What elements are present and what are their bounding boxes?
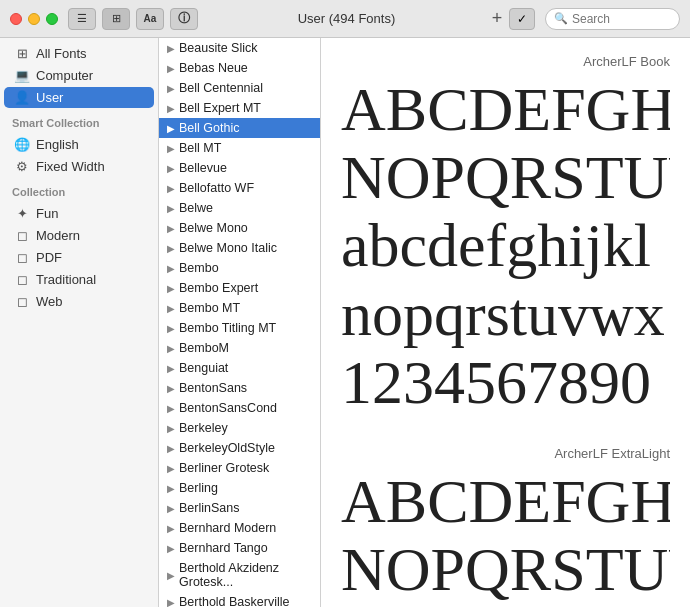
sidebar-item-all-fonts[interactable]: ⊞ All Fonts [4,43,154,64]
fixed-width-icon: ⚙ [14,159,30,174]
font-expand-arrow: ▶ [167,570,175,581]
font-list-item[interactable]: ▶Bembo Titling MT [159,318,320,338]
close-button[interactable] [10,13,22,25]
font-expand-arrow: ▶ [167,63,175,74]
font-list-item[interactable]: ▶Bell MT [159,138,320,158]
font-list-item[interactable]: ▶Bell Centennial [159,78,320,98]
smart-collection-section-label: Smart Collection [0,109,158,133]
user-icon: 👤 [14,90,30,105]
sidebar-item-fun[interactable]: ✦ Fun [4,203,154,224]
font-size-button[interactable]: Aa [136,8,164,30]
font-list-item[interactable]: ▶Belwe [159,198,320,218]
font-list-item[interactable]: ▶Berthold Akzidenz Grotesk... [159,558,320,592]
font-name-label: BerkeleyOldStyle [179,441,275,455]
sidebar-toggle-button[interactable]: ☰ [68,8,96,30]
font-list-item[interactable]: ▶Bell Expert MT [159,98,320,118]
font-name-label: Beausite Slick [179,41,258,55]
font-expand-arrow: ▶ [167,203,175,214]
font-list-item[interactable]: ▶Berliner Grotesk [159,458,320,478]
font-list-item[interactable]: ▶BerlinSans [159,498,320,518]
font-list-item[interactable]: ▶BentonSansCond [159,398,320,418]
font-name-label: Bembo MT [179,301,240,315]
sidebar-label-modern: Modern [36,228,80,243]
font-expand-arrow: ▶ [167,443,175,454]
preview-extralight-uppercase-2: NOPQRSTUVW [341,535,670,603]
font-list-item[interactable]: ▶Bebas Neue [159,58,320,78]
traditional-icon: ◻ [14,272,30,287]
font-list-item[interactable]: ▶Beausite Slick [159,38,320,58]
font-list-item[interactable]: ▶Bellofatto WF [159,178,320,198]
font-list-item[interactable]: ▶Bembo Expert [159,278,320,298]
font-list-item[interactable]: ▶Belwe Mono Italic [159,238,320,258]
web-icon: ◻ [14,294,30,309]
font-list-item[interactable]: ▶Bembo [159,258,320,278]
font-list-item[interactable]: ▶Bellevue [159,158,320,178]
maximize-button[interactable] [46,13,58,25]
font-list-item[interactable]: ▶Belwe Mono [159,218,320,238]
font-list-item[interactable]: ▶BentonSans [159,378,320,398]
search-input[interactable] [572,12,671,26]
check-button[interactable]: ✓ [509,8,535,30]
font-list-item[interactable]: ▶Berling [159,478,320,498]
font-expand-arrow: ▶ [167,123,175,134]
font-list-item[interactable]: ▶Berthold Baskerville [159,592,320,607]
font-name-label: Bernhard Modern [179,521,276,535]
font-name-label: Bernhard Tango [179,541,268,555]
font-list-item[interactable]: ▶BerkeleyOldStyle [159,438,320,458]
sidebar-label-fun: Fun [36,206,58,221]
minimize-button[interactable] [28,13,40,25]
sidebar-label-english: English [36,137,79,152]
sidebar-item-computer[interactable]: 💻 Computer [4,65,154,86]
font-expand-arrow: ▶ [167,343,175,354]
font-name-label: Bellevue [179,161,227,175]
grid-view-button[interactable]: ⊞ [102,8,130,30]
font-name-label: BentonSansCond [179,401,277,415]
font-expand-arrow: ▶ [167,597,175,608]
font-expand-arrow: ▶ [167,83,175,94]
font-list-item[interactable]: ▶Bembo MT [159,298,320,318]
font-expand-arrow: ▶ [167,103,175,114]
font-name-label: Bell Gothic [179,121,239,135]
font-list-item[interactable]: ▶Benguiat [159,358,320,378]
sidebar-item-user[interactable]: 👤 User [4,87,154,108]
fun-icon: ✦ [14,206,30,221]
font-list-item[interactable]: ▶Bernhard Tango [159,538,320,558]
font-name-label: Bebas Neue [179,61,248,75]
preview-section-archer-book: ArcherLF Book ABCDEFGHIJ NOPQRSTUVW abcd… [341,54,670,416]
font-expand-arrow: ▶ [167,483,175,494]
font-name-label: Bell MT [179,141,221,155]
preview-section-archer-extralight: ArcherLF ExtraLight ABCDEFGHIJ NOPQRSTUV… [341,446,670,607]
sidebar-item-modern[interactable]: ◻ Modern [4,225,154,246]
font-list-item[interactable]: ▶Bernhard Modern [159,518,320,538]
font-name-label: Benguiat [179,361,228,375]
titlebar: ☰ ⊞ Aa ⓘ User (494 Fonts) + ✓ 🔍 [0,0,690,38]
font-name-label: BerlinSans [179,501,239,515]
font-expand-arrow: ▶ [167,523,175,534]
font-name-label: Berkeley [179,421,228,435]
sidebar-item-traditional[interactable]: ◻ Traditional [4,269,154,290]
search-box: 🔍 [545,8,680,30]
font-list: ▶Beausite Slick▶Bebas Neue▶Bell Centenni… [159,38,321,607]
preview-font-name-archer-book: ArcherLF Book [341,54,670,69]
traffic-lights [10,13,58,25]
font-list-item[interactable]: ▶Berkeley [159,418,320,438]
font-list-item[interactable]: ▶Bell Gothic [159,118,320,138]
font-expand-arrow: ▶ [167,43,175,54]
preview-extralight-uppercase-1: ABCDEFGHIJ [341,467,670,535]
sidebar-item-english[interactable]: 🌐 English [4,134,154,155]
info-button[interactable]: ⓘ [170,8,198,30]
main-content: ⊞ All Fonts 💻 Computer 👤 User Smart Coll… [0,38,690,607]
font-expand-arrow: ▶ [167,383,175,394]
font-name-label: Belwe Mono [179,221,248,235]
toolbar-icons: ☰ ⊞ Aa ⓘ [68,8,198,30]
sidebar-item-web[interactable]: ◻ Web [4,291,154,312]
search-icon: 🔍 [554,12,568,25]
sidebar-label-all-fonts: All Fonts [36,46,87,61]
font-name-label: Belwe [179,201,213,215]
sidebar-item-fixed-width[interactable]: ⚙ Fixed Width [4,156,154,177]
font-list-item[interactable]: ▶BemboM [159,338,320,358]
sidebar-item-pdf[interactable]: ◻ PDF [4,247,154,268]
computer-icon: 💻 [14,68,30,83]
add-button[interactable]: + [485,7,509,31]
font-expand-arrow: ▶ [167,403,175,414]
